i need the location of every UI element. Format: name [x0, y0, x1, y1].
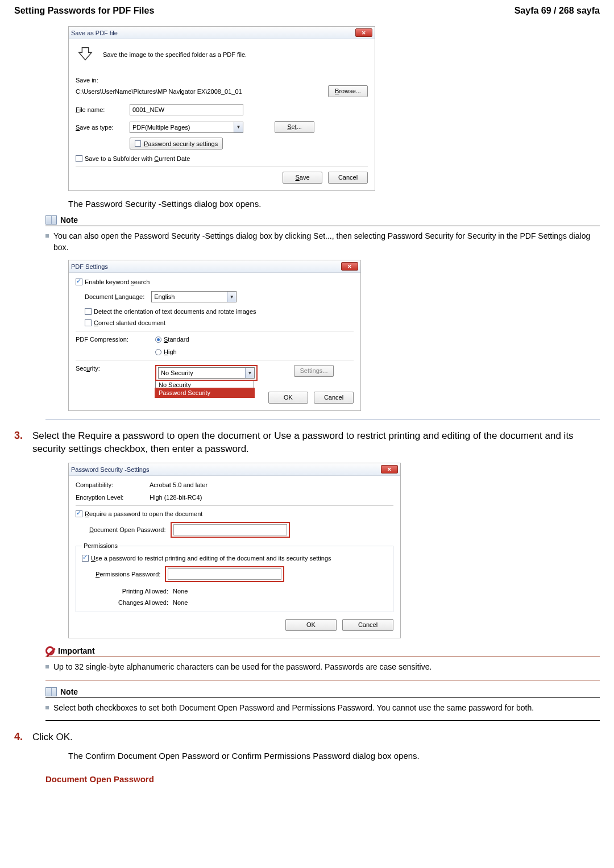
pdf-settings-dialog: PDF Settings ✕ Enable keyword search Doc… — [68, 260, 361, 411]
security-combo[interactable]: No Security ▼ — [158, 367, 255, 379]
cancel-button[interactable]: Cancel — [328, 172, 368, 184]
doc-lang-label: Document Language: — [85, 293, 144, 300]
ok-button[interactable]: OK — [268, 392, 308, 404]
enc-value: High (128-bit-RC4) — [150, 494, 202, 501]
note2-item: Select both checkboxes to set both Docum… — [45, 701, 600, 715]
note-label: Note — [60, 215, 78, 225]
set-button[interactable]: Set... — [275, 121, 314, 133]
permissions-legend: Permissions — [82, 542, 119, 549]
save-arrow-icon — [76, 45, 95, 64]
save-in-label: Save in: — [76, 77, 368, 84]
save-as-type-value: PDF(Multiple Pages) — [130, 122, 234, 132]
enable-keyword-checkbox[interactable] — [76, 279, 82, 285]
important-text: Up to 32 single-byte alphanumeric charac… — [53, 662, 432, 673]
page-indicator: Sayfa 69 / 268 sayfa — [515, 6, 600, 16]
settings-button[interactable]: Settings... — [294, 365, 334, 377]
pwd-sec-label: Password security settings — [144, 140, 218, 147]
doc-open-password-input[interactable] — [173, 524, 287, 535]
security-option-password[interactable]: Password Security — [156, 389, 254, 397]
important-label: Important — [58, 646, 95, 655]
password-security-settings-dialog: Password Security -Settings ✕ Compatibil… — [68, 463, 401, 638]
compression-standard-label: Standard — [164, 336, 189, 343]
page-title: Setting Passwords for PDF Files — [14, 6, 154, 16]
restrict-password-checkbox[interactable] — [82, 555, 89, 562]
step3-number: 3. — [14, 430, 26, 456]
note-icon — [45, 215, 57, 225]
restrict-password-label: Use a password to restrict printing and … — [91, 555, 331, 562]
bullet-icon — [45, 234, 49, 238]
important-item: Up to 32 single-byte alphanumeric charac… — [45, 661, 600, 674]
bullet-icon — [45, 665, 49, 668]
save-as-type-combo[interactable]: PDF(Multiple Pages) ▼ — [130, 122, 243, 133]
permissions-password-input[interactable] — [168, 568, 281, 580]
printing-allowed-label: Printing Allowed: — [111, 588, 168, 595]
document-open-password-heading: Document Open Password — [45, 774, 600, 784]
note-label: Note — [60, 687, 78, 696]
security-option-none[interactable]: No Security — [156, 381, 254, 389]
browse-button[interactable]: Browse... — [328, 85, 368, 97]
require-password-label: Require a password to open the document — [85, 510, 202, 517]
important-icon — [45, 646, 55, 655]
perm-pwd-label: Permissions Password: — [96, 571, 160, 578]
subfolder-checkbox[interactable] — [76, 155, 82, 162]
close-icon[interactable]: ✕ — [381, 465, 398, 474]
note1-item: You can also open the Password Security … — [45, 230, 600, 254]
doc-open-pwd-label: Document Open Password: — [89, 526, 166, 533]
after-dialog1-text: The Password Security -Settings dialog b… — [68, 199, 600, 209]
compression-standard-radio[interactable] — [155, 337, 161, 343]
step4-after-text: The Confirm Document Open Password or Co… — [68, 750, 600, 762]
save-as-pdf-dialog: Save as PDF file ✕ Save the image to the… — [68, 26, 375, 191]
note-icon — [45, 687, 57, 696]
doc-lang-value: English — [152, 292, 227, 302]
detect-orientation-checkbox[interactable] — [85, 308, 92, 315]
compression-high-label: High — [164, 348, 177, 355]
close-icon[interactable]: ✕ — [355, 28, 372, 37]
enable-keyword-label: Enable keyword search — [85, 279, 150, 285]
dialog2-title: PDF Settings — [71, 263, 108, 270]
correct-slanted-label: Correct slanted document — [94, 319, 165, 326]
file-name-input[interactable] — [130, 104, 243, 115]
compat-label: Compatibility: — [76, 481, 144, 488]
compression-high-radio[interactable] — [155, 349, 161, 355]
step4-text: Click OK. — [32, 731, 600, 744]
enc-label: Encryption Level: — [76, 494, 144, 501]
bullet-icon — [45, 706, 49, 709]
compression-label: PDF Compression: — [76, 336, 138, 343]
cancel-button[interactable]: Cancel — [342, 619, 393, 631]
printing-allowed-value: None — [173, 588, 188, 595]
password-security-settings-button[interactable]: Password security settings — [130, 138, 223, 149]
note1-text: You can also open the Password Security … — [53, 231, 600, 253]
dialog1-title: Save as PDF file — [71, 30, 118, 36]
save-as-type-label: Save as type: — [76, 124, 124, 131]
security-dropdown[interactable]: No Security Password Security — [155, 380, 254, 397]
chevron-down-icon: ▼ — [227, 292, 236, 302]
compat-value: Acrobat 5.0 and later — [150, 481, 208, 488]
file-name-label: File name: — [76, 106, 124, 113]
ok-button[interactable]: OK — [285, 619, 337, 631]
security-value: No Security — [159, 368, 245, 378]
permissions-fieldset: Permissions Use a password to restrict p… — [76, 542, 393, 612]
dialog1-intro: Save the image to the specified folder a… — [103, 51, 247, 58]
step4-number: 4. — [14, 731, 26, 744]
correct-slanted-checkbox[interactable] — [85, 319, 92, 326]
subfolder-label: Save to a Subfolder with Current Date — [85, 155, 190, 162]
chevron-down-icon: ▼ — [234, 122, 243, 132]
security-label: Security: — [76, 365, 138, 372]
changes-allowed-value: None — [173, 599, 188, 606]
close-icon[interactable]: ✕ — [341, 262, 358, 271]
save-button[interactable]: Save — [283, 172, 322, 184]
detect-orientation-label: Detect the orientation of text documents… — [94, 308, 256, 315]
cancel-button[interactable]: Cancel — [314, 392, 354, 404]
dialog3-title: Password Security -Settings — [71, 466, 150, 473]
require-password-checkbox[interactable] — [76, 510, 82, 517]
save-in-path: C:\Users\UserName\Pictures\MP Navigator … — [76, 88, 300, 95]
doc-lang-combo[interactable]: English ▼ — [151, 291, 237, 302]
step3-text: Select the Require a password to open th… — [32, 430, 600, 456]
chevron-down-icon: ▼ — [245, 368, 254, 378]
note2-text: Select both checkboxes to set both Docum… — [53, 703, 534, 714]
changes-allowed-label: Changes Allowed: — [111, 599, 168, 606]
checkbox-icon — [135, 140, 141, 147]
